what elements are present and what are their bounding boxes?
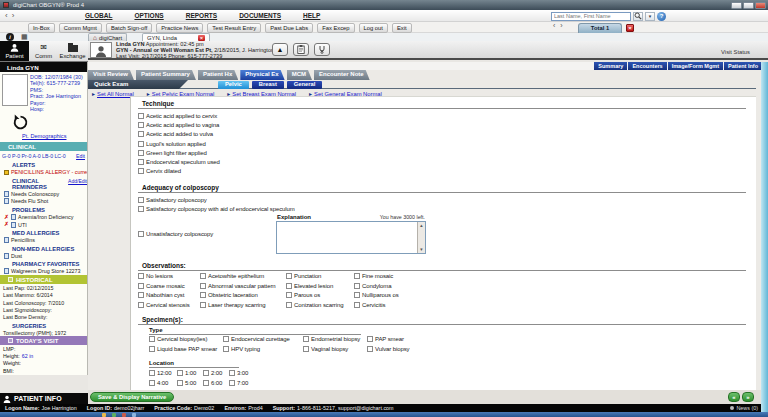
checkbox[interactable]: [138, 168, 144, 174]
scroll-down-icon[interactable]: ▼: [419, 247, 423, 252]
technique-checkbox-item[interactable]: Lugol's solution applied: [138, 139, 746, 148]
checkbox[interactable]: [138, 292, 144, 298]
toolbar-button[interactable]: Exit: [392, 23, 412, 33]
taskbar-icon[interactable]: [112, 413, 116, 417]
pharmacy-item[interactable]: Walgreens Drug Store 12273: [0, 268, 87, 276]
toolbar-button[interactable]: Batch Sign-off: [106, 23, 152, 33]
observation-checkbox-item[interactable]: Laser therapy scarring: [200, 302, 286, 308]
header-link[interactable]: Patient Info: [724, 62, 762, 70]
alert-item[interactable]: PENICILLINS ALLERGY - current: [0, 168, 87, 176]
checkbox[interactable]: [138, 150, 144, 156]
technique-checkbox-item[interactable]: Acetic acid added to vulva: [138, 130, 746, 139]
patient-nav-button[interactable]: Patient: [0, 41, 29, 61]
patient-search-input[interactable]: [551, 12, 631, 21]
total-patients-tab[interactable]: Total 1: [578, 23, 622, 33]
tab-physical-ex[interactable]: Physical Ex: [240, 70, 284, 80]
checkbox[interactable]: [286, 273, 292, 279]
subtab-breast[interactable]: Breast: [252, 81, 284, 89]
observation-checkbox-item[interactable]: Punctation: [286, 273, 354, 279]
checkbox[interactable]: [138, 131, 144, 137]
checkbox[interactable]: [138, 122, 144, 128]
technique-checkbox-item[interactable]: Endocervical speculum used: [138, 157, 746, 166]
tab-mcm[interactable]: MCM: [287, 70, 312, 80]
checkbox[interactable]: [367, 336, 373, 342]
search-dropdown-icon[interactable]: ▾: [645, 12, 655, 21]
location-checkbox-item[interactable]: 2:00: [203, 370, 229, 376]
observation-checkbox-item[interactable]: Condyloma: [354, 283, 746, 289]
search-icon[interactable]: [633, 12, 643, 21]
forward-icon[interactable]: ›: [12, 11, 19, 20]
toolbar-button[interactable]: Fax Excep: [317, 23, 354, 33]
tab-digichart-home[interactable]: ⌂ digiChart: [88, 33, 127, 41]
checkbox[interactable]: [223, 346, 229, 352]
menu-item[interactable]: GLOBAL: [85, 12, 112, 19]
taskbar-icon[interactable]: [122, 413, 126, 417]
checkbox[interactable]: [138, 231, 144, 237]
tab-patient-summary[interactable]: Patient Summary: [136, 70, 196, 80]
info-icon[interactable]: i: [6, 33, 14, 41]
close-patient-list-icon[interactable]: ×: [626, 24, 634, 32]
checkbox[interactable]: [229, 370, 235, 376]
tab-visit-review[interactable]: Visit Review: [88, 70, 134, 80]
observation-checkbox-item[interactable]: Parous os: [286, 292, 354, 298]
location-checkbox-item[interactable]: 3:00: [229, 370, 255, 376]
toolbar-button[interactable]: In-Box: [28, 23, 55, 33]
checkbox[interactable]: [149, 370, 155, 376]
med-allergy-item[interactable]: Penicillins: [0, 236, 87, 244]
checkbox[interactable]: [367, 346, 373, 352]
textarea-scrollbar[interactable]: ▲ ▼: [417, 222, 425, 253]
checkbox[interactable]: [354, 273, 360, 279]
location-checkbox-item[interactable]: 5:00: [177, 380, 203, 386]
header-link[interactable]: Summary: [594, 62, 627, 70]
minimize-button[interactable]: [731, 2, 742, 9]
toolbar-button[interactable]: Comm Mgmt: [59, 23, 102, 33]
checkbox[interactable]: [203, 380, 209, 386]
checkbox[interactable]: [203, 370, 209, 376]
checkbox[interactable]: [200, 292, 206, 298]
problem-item[interactable]: ✗Anemia/Iron Deficiency: [0, 213, 87, 221]
specimen-type-checkbox-item[interactable]: Endocervical curettage: [223, 336, 303, 342]
toolbar-button[interactable]: Practice News: [156, 23, 203, 33]
checkbox[interactable]: [223, 336, 229, 342]
vital-value-link[interactable]: 62 in: [22, 353, 34, 359]
toolbar-button[interactable]: Test Result Entry: [207, 23, 261, 33]
observation-checkbox-item[interactable]: Acetowhite epithelium: [200, 273, 286, 279]
comm-nav-button[interactable]: ✉ Comm: [29, 41, 58, 61]
reminder-item[interactable]: Needs Colonoscopy: [0, 190, 87, 198]
technique-checkbox-item[interactable]: Green light filter applied: [138, 148, 746, 157]
stethoscope-button[interactable]: [314, 43, 330, 56]
location-checkbox-item[interactable]: 6:00: [203, 380, 229, 386]
observation-checkbox-item[interactable]: No lesions: [138, 273, 200, 279]
scroll-up-icon[interactable]: ▲: [419, 223, 423, 228]
checkbox[interactable]: [286, 302, 292, 308]
calculator-icon[interactable]: ▦: [21, 33, 28, 41]
taskbar-icon[interactable]: [102, 413, 106, 417]
taskbar-icon[interactable]: [92, 413, 96, 417]
observation-checkbox-item[interactable]: Cervical stenosis: [138, 302, 200, 308]
explanation-textarea[interactable]: ▲ ▼: [276, 221, 426, 254]
remove-problem-icon[interactable]: ✗: [4, 215, 9, 220]
news-indicator[interactable]: News (0): [730, 404, 758, 412]
checkbox[interactable]: [303, 346, 309, 352]
checkbox[interactable]: [354, 283, 360, 289]
edit-link[interactable]: Edit: [76, 153, 85, 159]
patient-tab-nav-arrows[interactable]: ‹›: [553, 22, 568, 29]
specimen-type-checkbox-item[interactable]: Vaginal biopsy: [303, 346, 367, 352]
observation-checkbox-item[interactable]: Obstetric laceration: [200, 292, 286, 298]
save-display-narrative-button[interactable]: Save & Display Narrative: [90, 392, 174, 402]
adequacy-checkbox-item[interactable]: Satisfactory colposcopy: [138, 195, 746, 204]
checkbox[interactable]: [138, 206, 144, 212]
location-checkbox-item[interactable]: 12:00: [149, 370, 177, 376]
forward-icon[interactable]: ›: [560, 22, 567, 29]
taskbar-icon[interactable]: [132, 413, 136, 417]
checkbox[interactable]: [354, 292, 360, 298]
checkbox[interactable]: [200, 283, 206, 289]
checkbox[interactable]: [149, 380, 155, 386]
technique-checkbox-item[interactable]: Acetic acid applied to cervix: [138, 111, 746, 120]
checkbox[interactable]: [138, 159, 144, 165]
header-link[interactable]: Encounters: [628, 62, 666, 70]
menu-item[interactable]: OPTIONS: [134, 12, 163, 19]
specimen-type-checkbox-item[interactable]: Vulvar biopsy: [367, 346, 746, 352]
specimen-type-checkbox-item[interactable]: Cervical biopsy(ies): [149, 336, 223, 342]
checkbox[interactable]: [149, 336, 155, 342]
